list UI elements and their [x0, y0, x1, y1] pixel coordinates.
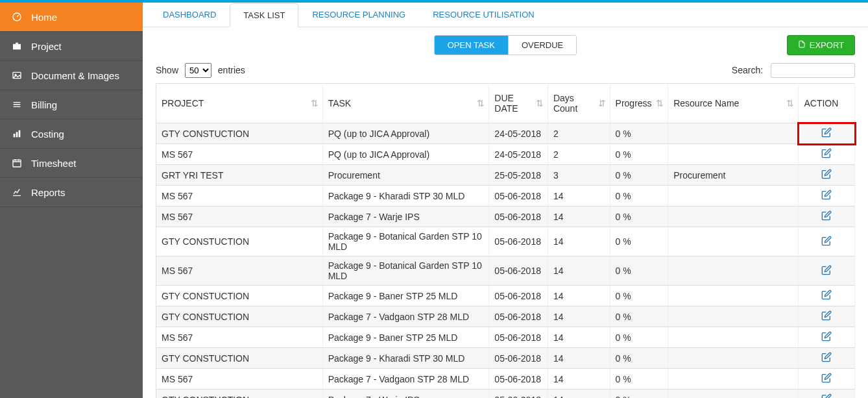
- cell-project: MS 567: [156, 256, 323, 286]
- sidebar-item-costing[interactable]: Costing: [0, 119, 143, 149]
- cell-project: GRT YRI TEST: [156, 165, 323, 186]
- sidebar-item-label: Timesheet: [31, 158, 76, 169]
- sidebar-item-label: Document & Images: [31, 70, 119, 81]
- header-resource-name[interactable]: Resource Name⇅: [668, 84, 799, 123]
- cell-action: [799, 165, 855, 186]
- open-task-button[interactable]: OPEN TASK: [435, 36, 508, 55]
- search-label: Search:: [732, 65, 763, 75]
- sort-icon: ⇅: [311, 98, 319, 108]
- cell-days-count: 2: [548, 144, 610, 165]
- overdue-button[interactable]: OVERDUE: [508, 36, 576, 55]
- table-row: MS 567PQ (up to JICA Approval)24-05-2018…: [156, 144, 855, 165]
- cell-action: [799, 327, 855, 348]
- cell-resource: [668, 348, 799, 369]
- tab-dashboard[interactable]: DASHBOARD: [149, 3, 230, 27]
- sidebar-item-documents[interactable]: Document & Images: [0, 61, 143, 90]
- edit-icon[interactable]: [821, 129, 832, 140]
- cell-due-date: 25-05-2018: [489, 165, 548, 186]
- edit-icon[interactable]: [821, 150, 832, 160]
- cell-due-date: 05-06-2018: [489, 306, 548, 327]
- edit-icon[interactable]: [821, 212, 832, 223]
- table-row: GTY CONSTUCTIONPackage 7 - Vadgaon STP 2…: [156, 306, 855, 327]
- svg-rect-2: [16, 43, 18, 44]
- cell-task: Procurement: [322, 165, 489, 186]
- sidebar-item-reports[interactable]: Reports: [0, 178, 143, 207]
- table-row: GTY CONSTUCTIONPackage 9 - Botanical Gar…: [156, 227, 855, 256]
- cell-action: [799, 390, 855, 399]
- entries-label: entries: [218, 65, 245, 75]
- cell-progress: 0 %: [610, 348, 668, 369]
- edit-icon[interactable]: [821, 354, 832, 364]
- edit-icon[interactable]: [821, 267, 832, 277]
- cell-days-count: 14: [548, 369, 610, 390]
- cell-days-count: 14: [548, 227, 610, 256]
- edit-icon[interactable]: [821, 312, 832, 323]
- cell-due-date: 05-06-2018: [489, 206, 548, 227]
- cell-resource: [668, 369, 799, 390]
- cell-due-date: 05-06-2018: [489, 369, 548, 390]
- edit-icon[interactable]: [821, 375, 832, 385]
- edit-icon[interactable]: [821, 333, 832, 343]
- tab-resource-planning[interactable]: RESOURCE PLANNING: [298, 3, 419, 27]
- edit-icon[interactable]: [821, 171, 832, 181]
- cell-project: GTY CONSTUCTION: [156, 306, 323, 327]
- edit-icon[interactable]: [821, 395, 832, 398]
- cell-days-count: 3: [548, 165, 610, 186]
- cell-days-count: 14: [548, 186, 610, 206]
- table-row: GTY CONSTUCTIONPQ (up to JICA Approval)2…: [156, 123, 855, 144]
- svg-rect-1: [13, 44, 21, 50]
- briefcase-icon: [10, 41, 23, 51]
- edit-icon[interactable]: [821, 238, 832, 248]
- sidebar-item-label: Costing: [31, 129, 64, 140]
- cell-action: [799, 186, 855, 206]
- sidebar-item-timesheet[interactable]: Timesheet: [0, 149, 143, 178]
- sidebar-item-billing[interactable]: Billing: [0, 90, 143, 119]
- cell-task: Package 7 - Vadgaon STP 28 MLD: [322, 369, 489, 390]
- sort-icon: ⇅: [786, 98, 794, 108]
- page-size-select[interactable]: 50: [185, 63, 211, 78]
- sort-icon: ⇅: [656, 98, 664, 108]
- cell-task: Package 9 - Kharadi STP 30 MLD: [322, 186, 489, 206]
- cell-progress: 0 %: [610, 144, 668, 165]
- sort-icon: ⇅: [477, 98, 485, 108]
- sidebar-item-project[interactable]: Project: [0, 32, 143, 61]
- svg-rect-7: [19, 131, 21, 138]
- svg-rect-5: [14, 134, 16, 137]
- sidebar-item-home[interactable]: Home: [0, 3, 143, 32]
- edit-icon[interactable]: [821, 292, 832, 302]
- cell-project: GTY CONSTUCTION: [156, 286, 323, 306]
- header-progress[interactable]: Progress⇅: [610, 84, 668, 123]
- line-chart-icon: [10, 187, 23, 197]
- cell-progress: 0 %: [610, 186, 668, 206]
- cell-resource: [668, 286, 799, 306]
- cell-project: MS 567: [156, 369, 323, 390]
- sidebar-item-label: Billing: [31, 99, 57, 110]
- cell-action: [799, 369, 855, 390]
- search-input[interactable]: [771, 63, 855, 78]
- tab-resource-utilisation[interactable]: RESOURCE UTILISATION: [419, 3, 548, 27]
- tab-task-list[interactable]: TASK LIST: [230, 3, 298, 27]
- cell-task: Package 7 - Vadgaon STP 28 MLD: [322, 306, 489, 327]
- header-project[interactable]: PROJECT⇅: [156, 84, 323, 123]
- header-due-date[interactable]: DUE DATE⇅: [489, 84, 548, 123]
- cell-resource: [668, 206, 799, 227]
- table-row: MS 567Package 9 - Botanical Garden STP 1…: [156, 256, 855, 286]
- cell-resource: [668, 256, 799, 286]
- cell-resource: [668, 306, 799, 327]
- cell-days-count: 14: [548, 256, 610, 286]
- header-task[interactable]: TASK⇅: [322, 84, 489, 123]
- cell-progress: 0 %: [610, 256, 668, 286]
- cell-due-date: 24-05-2018: [489, 123, 548, 144]
- cell-task: Package 9 - Baner STP 25 MLD: [322, 286, 489, 306]
- cell-action: [799, 144, 855, 165]
- edit-icon[interactable]: [821, 192, 832, 202]
- cell-resource: [668, 123, 799, 144]
- cell-project: GTY CONSTUCTION: [156, 123, 323, 144]
- cell-days-count: 14: [548, 306, 610, 327]
- sort-icon: ⇅: [536, 98, 544, 108]
- cell-days-count: 2: [548, 123, 610, 144]
- header-days-count[interactable]: Days Count⇵: [548, 84, 610, 123]
- cell-days-count: 14: [548, 327, 610, 348]
- export-button[interactable]: EXPORT: [787, 35, 855, 55]
- cell-task: Package 9 - Botanical Garden STP 10 MLD: [322, 227, 489, 256]
